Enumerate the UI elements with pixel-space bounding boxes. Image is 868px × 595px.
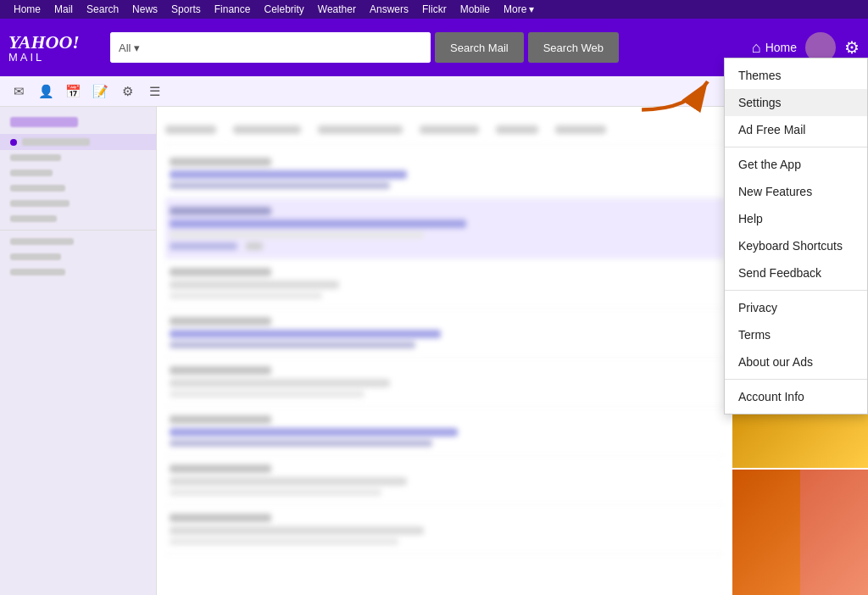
nav-item-flickr[interactable]: Flickr bbox=[415, 0, 453, 19]
dropdown-ad-free-mail[interactable]: Ad Free Mail bbox=[725, 116, 867, 143]
sidebar-item-6[interactable] bbox=[0, 211, 156, 226]
dropdown-about-our-ads[interactable]: About our Ads bbox=[725, 348, 867, 375]
nav-item-answers[interactable]: Answers bbox=[363, 0, 415, 19]
nav-item-home[interactable]: Home bbox=[7, 0, 47, 19]
dropdown-keyboard-shortcuts[interactable]: Keyboard Shortcuts bbox=[725, 232, 867, 259]
sidebar-label-blurred bbox=[10, 238, 74, 245]
email-row[interactable] bbox=[165, 309, 724, 358]
dropdown-section-3: Privacy Terms About our Ads bbox=[725, 291, 867, 380]
nav-item-news[interactable]: News bbox=[125, 0, 164, 19]
sidebar-label-blurred bbox=[10, 154, 61, 161]
sidebar-item-5[interactable] bbox=[0, 196, 156, 211]
sidebar-item-2[interactable] bbox=[0, 150, 156, 165]
settings-dropdown-menu: Themes Settings Ad Free Mail Get the App… bbox=[724, 58, 868, 414]
ad-block-right bbox=[800, 470, 868, 595]
home-label: Home bbox=[765, 41, 797, 54]
mail-logo-text: MAIL bbox=[8, 52, 102, 63]
dropdown-send-feedback[interactable]: Send Feedback bbox=[725, 259, 867, 286]
email-row[interactable] bbox=[165, 407, 724, 456]
nav-item-mail[interactable]: Mail bbox=[47, 0, 80, 19]
sidebar-label-blurred bbox=[10, 253, 61, 260]
sidebar-label-blurred bbox=[10, 269, 65, 275]
ad-block-left bbox=[732, 470, 800, 595]
email-row[interactable] bbox=[165, 259, 724, 309]
gear-icon[interactable]: ⚙ bbox=[844, 37, 860, 58]
nav-item-mobile[interactable]: Mobile bbox=[453, 0, 497, 19]
email-row[interactable] bbox=[165, 149, 724, 198]
home-button[interactable]: ⌂ Home bbox=[752, 39, 797, 57]
search-bar: All ▾ Search Mail Search Web bbox=[110, 32, 619, 63]
sidebar-item-9[interactable] bbox=[0, 264, 156, 280]
inbox-dot bbox=[10, 139, 17, 146]
search-filter-dropdown[interactable]: All ▾ bbox=[110, 32, 148, 63]
dropdown-section-2: Get the App New Features Help Keyboard S… bbox=[725, 147, 867, 291]
email-row[interactable] bbox=[165, 456, 724, 505]
email-list bbox=[157, 107, 732, 595]
email-row[interactable] bbox=[165, 358, 724, 407]
search-input-container: All ▾ bbox=[110, 32, 431, 63]
contacts-icon[interactable]: 👤 bbox=[34, 80, 58, 103]
top-navigation: Home Mail Search News Sports Finance Cel… bbox=[0, 0, 868, 19]
dropdown-terms[interactable]: Terms bbox=[725, 321, 867, 348]
dropdown-new-features[interactable]: New Features bbox=[725, 178, 867, 205]
dropdown-themes[interactable]: Themes bbox=[725, 62, 867, 89]
settings-icon[interactable]: ⚙ bbox=[115, 80, 139, 103]
yahoo-logo[interactable]: YAHOO! MAIL bbox=[8, 33, 102, 63]
sidebar bbox=[0, 107, 157, 595]
dropdown-account-info[interactable]: Account Info bbox=[725, 383, 867, 410]
nav-item-weather[interactable]: Weather bbox=[311, 0, 363, 19]
arrow-indicator bbox=[632, 72, 717, 114]
home-icon: ⌂ bbox=[752, 39, 761, 57]
dropdown-help[interactable]: Help bbox=[725, 205, 867, 232]
sidebar-compose-blurred bbox=[10, 117, 78, 127]
compose-icon[interactable]: ✉ bbox=[7, 80, 31, 103]
dropdown-section-4: Account Info bbox=[725, 380, 867, 414]
search-filter-label: All bbox=[119, 42, 131, 54]
sidebar-label-blurred bbox=[10, 200, 70, 207]
notepad-icon[interactable]: 📝 bbox=[88, 80, 112, 103]
search-web-button[interactable]: Search Web bbox=[528, 32, 619, 63]
dropdown-section-1: Themes Settings Ad Free Mail bbox=[725, 58, 867, 147]
sidebar-label-blurred bbox=[10, 185, 65, 192]
sidebar-item-7[interactable] bbox=[0, 234, 156, 249]
search-mail-button[interactable]: Search Mail bbox=[435, 32, 524, 63]
sidebar-item-inbox[interactable] bbox=[0, 134, 156, 150]
nav-item-finance[interactable]: Finance bbox=[208, 0, 258, 19]
email-row[interactable] bbox=[165, 505, 724, 554]
nav-item-celebrity[interactable]: Celebrity bbox=[257, 0, 310, 19]
dropdown-privacy[interactable]: Privacy bbox=[725, 294, 867, 321]
chevron-down-icon: ▾ bbox=[134, 42, 140, 54]
sidebar-label-blurred bbox=[10, 170, 53, 176]
ad-block-split bbox=[732, 470, 868, 595]
sidebar-item-8[interactable] bbox=[0, 249, 156, 264]
dropdown-get-the-app[interactable]: Get the App bbox=[725, 151, 867, 178]
chevron-down-icon: ▾ bbox=[529, 0, 534, 19]
search-input[interactable] bbox=[148, 32, 431, 63]
dropdown-settings[interactable]: Settings bbox=[725, 89, 867, 116]
sidebar-item-3[interactable] bbox=[0, 165, 156, 181]
sidebar-label-blurred bbox=[10, 215, 57, 222]
nav-item-more[interactable]: More ▾ bbox=[497, 0, 541, 19]
sidebar-divider bbox=[0, 230, 156, 231]
inbox-label-blurred bbox=[22, 138, 90, 146]
yahoo-logo-text: YAHOO! bbox=[8, 33, 102, 52]
sidebar-item-4[interactable] bbox=[0, 181, 156, 196]
nav-item-search[interactable]: Search bbox=[80, 0, 125, 19]
calendar-icon[interactable]: 📅 bbox=[61, 80, 85, 103]
email-row[interactable] bbox=[165, 198, 724, 259]
nav-item-sports[interactable]: Sports bbox=[164, 0, 208, 19]
list-icon[interactable]: ☰ bbox=[142, 80, 166, 103]
